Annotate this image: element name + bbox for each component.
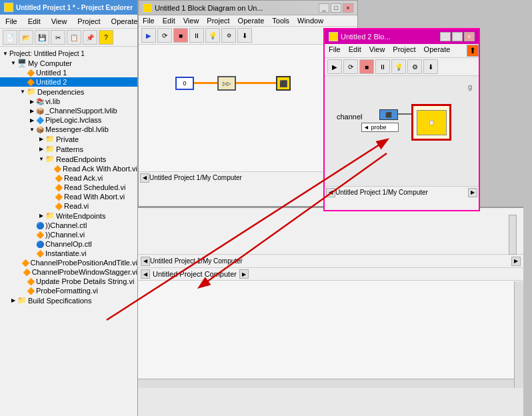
bd1-close[interactable]: × (343, 3, 353, 13)
tree-root[interactable]: ▼ Project: Untitled Project 1 (0, 49, 137, 58)
bd2-pause[interactable]: ⏸ (375, 59, 390, 74)
bd2-canvas[interactable]: channel ⬛ 📋 ◄ probe g (325, 76, 479, 186)
arrow-cs: ▶ (28, 108, 36, 114)
lower2-scroll-left[interactable]: ◀ (141, 269, 150, 279)
tree-private[interactable]: ▶ 📁 Private (0, 134, 137, 144)
bd2-menu-file[interactable]: File (325, 45, 345, 57)
bd1-light[interactable]: 💡 (205, 28, 220, 43)
tree-vilib[interactable]: ▶ 📚 vi.lib (0, 97, 137, 106)
lower2-scroll-right[interactable]: ▶ (239, 269, 249, 279)
tree-readackabort[interactable]: 🔶 Read Ack With Abort.vi (0, 164, 137, 173)
menu-edit[interactable]: Edit (23, 16, 46, 27)
tree-readscheduled[interactable]: 🔶 Read Scheduled.vi (0, 183, 137, 192)
probe-block[interactable]: 📋 (411, 104, 451, 141)
tree-probeformatting-label: ProbeFormatting.vi (36, 287, 98, 295)
tree-untitled1[interactable]: 🔶 Untitled 1 (0, 68, 137, 77)
tree-pipelogic[interactable]: ▶ 🔷 PipeLogic.lvclass (0, 115, 137, 125)
tree-writeendpoints[interactable]: ▶ 📁 WriteEndpoints (0, 211, 137, 221)
project-explorer-titlebar: Untitled Project 1 * - Project Explorer (0, 0, 137, 15)
bd2-ctx[interactable]: ⚙ (407, 59, 422, 74)
tree-buildspecs[interactable]: ▶ 📁 Build Specifications (0, 295, 137, 305)
lower-scroll-right[interactable]: ▶ (511, 257, 521, 266)
toolbar-copy[interactable]: 📋 (67, 30, 81, 45)
lower-hscrollbar[interactable] (138, 379, 514, 388)
tree-messengerdbl[interactable]: ▼ 📦 Messenger-dbl.lvlib (0, 125, 137, 134)
toolbar-cut[interactable]: ✂ (51, 30, 65, 45)
bd1-menu-window[interactable]: Window (293, 16, 327, 25)
menu-operate[interactable]: Operate (106, 16, 143, 27)
channel-connector[interactable]: ⬛ (379, 109, 398, 120)
tree-my-computer-label: My Computer (28, 59, 72, 67)
toolbar-new[interactable]: 📄 (3, 30, 17, 45)
bd1-run-cont[interactable]: ⟳ (157, 28, 172, 43)
toolbar-help[interactable]: ? (99, 30, 113, 45)
tree-channelprobe[interactable]: 🔶 ChannelProbePositionAndTitle.vi (0, 258, 137, 267)
tree-channelvi[interactable]: 🔶 ))Channel.vi (0, 230, 137, 239)
bd2-scroll-left[interactable]: ◀ (326, 188, 335, 197)
bd1-menu-project[interactable]: Project (203, 16, 233, 25)
vi-icon-ra: 🔶 (55, 175, 63, 182)
bd2-menu-view[interactable]: View (365, 45, 389, 57)
bd1-menu-tools[interactable]: Tools (268, 16, 293, 25)
toolbar-paste[interactable]: 📌 (83, 30, 97, 45)
bd1-num-const[interactable]: 0 (175, 77, 194, 90)
toolbar-save[interactable]: 💾 (35, 30, 49, 45)
bd2-abort[interactable]: ■ (359, 59, 374, 74)
bd1-run[interactable]: ▶ (141, 28, 156, 43)
lower-diagram[interactable]: ◀ Untitled Project Computer ▶ (138, 268, 523, 388)
bd2-run[interactable]: ▶ (327, 59, 342, 74)
bd1-menu-file[interactable]: File (139, 16, 159, 25)
bd2-close[interactable]: × (464, 32, 475, 41)
tree-readwithabort[interactable]: 🔶 Read With Abort.vi (0, 192, 137, 201)
bd2-more[interactable]: ⬇ (423, 59, 438, 74)
bd2-menu-operate[interactable]: Operate (420, 45, 455, 57)
tree-probeformatting[interactable]: 🔶 ProbeFormatting.vi (0, 286, 137, 295)
tree-channelopctl[interactable]: 🔵 ChannelOp.ctl (0, 239, 137, 249)
bd2-run-cont[interactable]: ⟳ (343, 59, 358, 74)
tree-channelsupport[interactable]: ▶ 📦 _ChannelSupport.lvlib (0, 106, 137, 115)
bd2-maximize[interactable]: □ (452, 32, 463, 41)
bd1-terminal[interactable]: ⬛ (276, 76, 291, 91)
bd2-menu-edit[interactable]: Edit (345, 45, 365, 57)
project-icon (4, 3, 13, 12)
tree-patterns[interactable]: ▶ 📁 Patterns (0, 144, 137, 154)
bd1-pause[interactable]: ⏸ (189, 28, 204, 43)
bd2-menu-project[interactable]: Project (389, 45, 419, 57)
bd1-num-value: 0 (183, 80, 186, 87)
tree-read[interactable]: 🔶 Read.vi (0, 201, 137, 211)
bd1-ctx[interactable]: ⚙ (221, 28, 236, 43)
lower-scrollbar-v[interactable] (509, 215, 517, 255)
tree-instantiate[interactable]: 🔶 Instantiate.vi (0, 249, 137, 258)
bd2-minimize[interactable]: _ (440, 32, 451, 41)
tree-dependencies[interactable]: ▼ 📁 Dependencies (0, 87, 137, 97)
bd1-abort[interactable]: ■ (173, 28, 188, 43)
bd1-scroll-left[interactable]: ◀ (140, 173, 149, 183)
lower-vscrollbar[interactable] (514, 281, 523, 388)
bd1-maximize[interactable]: □ (331, 3, 341, 13)
menu-view[interactable]: View (46, 16, 73, 27)
lower-upper-section[interactable] (138, 208, 523, 255)
bd1-minimize[interactable]: _ (319, 3, 329, 13)
tree-untitled2[interactable]: 🔶 Untitled 2 (0, 77, 137, 87)
lvlib-icon-md: 📦 (36, 126, 44, 133)
bd2-scroll-right[interactable]: ▶ (468, 188, 477, 197)
tree-channelctl[interactable]: 🔵 ))Channel.ctl (0, 221, 137, 230)
lower-scroll-left[interactable]: ◀ (141, 257, 150, 266)
vi-icon-cw: 🔶 (23, 269, 31, 276)
bd1-menu-view[interactable]: View (179, 16, 203, 25)
tree-updateprobe[interactable]: 🔶 Update Probe Details String.vi (0, 277, 137, 286)
toolbar-open[interactable]: 📂 (19, 30, 33, 45)
bd2-light[interactable]: 💡 (391, 59, 406, 74)
bd1-menu-operate[interactable]: Operate (234, 16, 269, 25)
bd1-more[interactable]: ⬇ (237, 28, 252, 43)
tree-channelwindow[interactable]: 🔶 ChannelProbeWindowStagger.vi (0, 267, 137, 277)
tree-readendpoints[interactable]: ▼ 📁 ReadEndpoints (0, 154, 137, 164)
bd1-menu-edit[interactable]: Edit (159, 16, 179, 25)
bd1-seq-node[interactable]: ▷▷ (217, 76, 236, 91)
tree-my-computer[interactable]: ▼ 🖥️ My Computer (0, 58, 137, 68)
tree-readack[interactable]: 🔶 Read Ack.vi (0, 173, 137, 183)
bd2-arrow-btn[interactable]: ⬆ (467, 45, 479, 57)
menu-project[interactable]: Project (72, 16, 105, 27)
menu-file[interactable]: File (0, 16, 23, 27)
probe-dropdown[interactable]: ◄ probe (361, 123, 399, 132)
